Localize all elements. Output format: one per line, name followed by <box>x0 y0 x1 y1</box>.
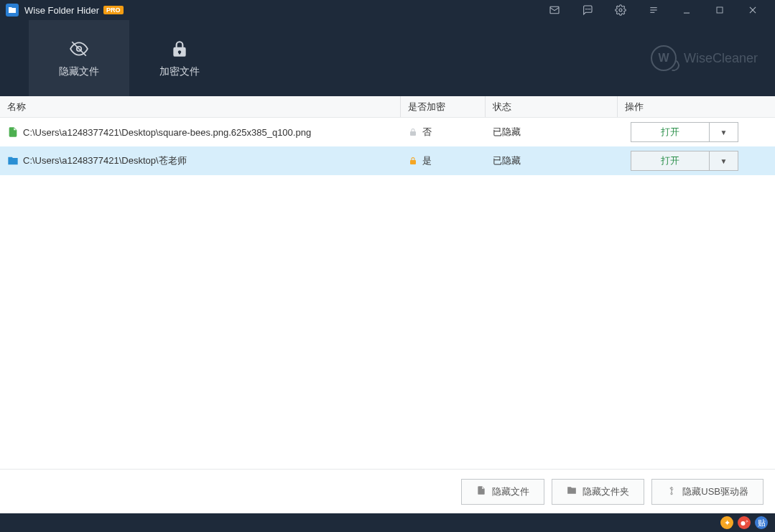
col-header-operation[interactable]: 操作 <box>618 96 775 117</box>
pro-badge: PRO <box>103 6 124 14</box>
col-header-name[interactable]: 名称 <box>0 96 401 117</box>
settings-button[interactable] <box>604 0 637 20</box>
svg-point-2 <box>588 9 588 9</box>
status-value: 已隐藏 <box>493 126 521 139</box>
table-header: 名称 是否加密 状态 操作 <box>0 96 775 118</box>
app-title: Wise Folder Hider <box>24 5 99 16</box>
mail-button[interactable] <box>538 0 571 20</box>
feedback-button[interactable] <box>571 0 604 20</box>
col-header-status[interactable]: 状态 <box>486 96 618 117</box>
tab-encrypt-file[interactable]: 加密文件 <box>129 20 230 96</box>
hide-usb-button[interactable]: 隐藏USB驱动器 <box>651 479 764 505</box>
svg-rect-0 <box>550 6 559 13</box>
col-header-encrypted[interactable]: 是否加密 <box>401 96 486 117</box>
close-button[interactable] <box>736 0 769 20</box>
brand-circle-icon: W <box>651 45 677 71</box>
content-area: 名称 是否加密 状态 操作 C:\Users\a1248377421\Deskt… <box>0 96 775 513</box>
svg-point-14 <box>671 493 672 495</box>
folder-icon <box>7 155 19 167</box>
lock-status-icon <box>408 156 418 166</box>
brand-logo: W WiseCleaner <box>651 45 758 71</box>
svg-rect-9 <box>717 7 723 13</box>
tab-label: 加密文件 <box>159 65 200 78</box>
minimize-button[interactable] <box>670 0 703 20</box>
tab-hide-file[interactable]: 隐藏文件 <box>29 20 129 96</box>
action-label: 隐藏文件夹 <box>583 485 629 498</box>
app-icon <box>6 4 19 17</box>
svg-point-4 <box>619 9 622 11</box>
tabs-row: 隐藏文件 加密文件 W WiseCleaner <box>0 20 775 96</box>
lock-status-icon <box>408 127 418 137</box>
tab-label: 隐藏文件 <box>59 65 99 78</box>
open-dropdown-button[interactable]: ▼ <box>710 151 738 171</box>
status-value: 已隐藏 <box>493 154 521 167</box>
maximize-button[interactable] <box>703 0 736 20</box>
encrypted-value: 是 <box>422 154 432 167</box>
file-path: C:\Users\a1248377421\Desktop\square-bees… <box>23 127 311 138</box>
lock-icon <box>170 38 189 60</box>
table-body: C:\Users\a1248377421\Desktop\square-bees… <box>0 118 775 469</box>
action-bar: 隐藏文件 隐藏文件夹 隐藏USB驱动器 <box>0 469 775 513</box>
svg-point-3 <box>590 9 590 9</box>
footer: ✦ 贴 <box>0 513 775 532</box>
hide-file-button[interactable]: 隐藏文件 <box>461 479 544 505</box>
action-label: 隐藏文件 <box>492 485 529 498</box>
table-row[interactable]: C:\Users\a1248377421\Desktop\square-bees… <box>0 118 775 146</box>
open-dropdown-button[interactable]: ▼ <box>710 122 738 142</box>
open-button[interactable]: 打开 <box>631 151 710 171</box>
open-button[interactable]: 打开 <box>631 122 710 142</box>
file-icon <box>476 485 486 498</box>
weibo-icon[interactable] <box>738 516 751 529</box>
file-path: C:\Users\a1248377421\Desktop\苍老师 <box>23 154 187 167</box>
svg-point-1 <box>586 9 587 9</box>
menu-button[interactable] <box>637 0 670 20</box>
titlebar: Wise Folder Hider PRO <box>0 0 775 20</box>
svg-point-16 <box>741 521 746 526</box>
tieba-icon[interactable]: 贴 <box>755 516 768 529</box>
brand-text: WiseCleaner <box>684 51 758 66</box>
usb-icon <box>667 485 677 498</box>
action-label: 隐藏USB驱动器 <box>682 485 748 498</box>
file-icon <box>7 126 19 138</box>
social-icon-1[interactable]: ✦ <box>720 516 733 529</box>
folder-icon <box>567 485 577 498</box>
encrypted-value: 否 <box>422 126 432 139</box>
hide-folder-button[interactable]: 隐藏文件夹 <box>552 479 644 505</box>
table-row[interactable]: C:\Users\a1248377421\Desktop\苍老师是已隐藏打开▼ <box>0 146 775 175</box>
eye-hidden-icon <box>65 38 93 60</box>
